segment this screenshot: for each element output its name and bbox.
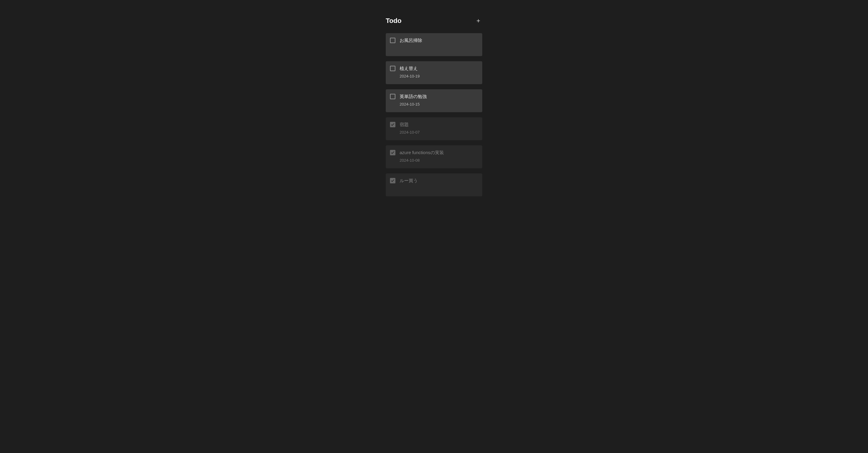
- todo-item[interactable]: 植え替え2024-10-19: [386, 61, 482, 84]
- todo-checkbox[interactable]: [390, 38, 395, 43]
- todo-content: お風呂掃除: [400, 37, 478, 52]
- todo-title: 宿題: [400, 122, 478, 128]
- todo-title: ルー買う: [400, 178, 478, 184]
- todo-title: azure functionsの実装: [400, 150, 478, 156]
- todo-content: 英単語の勉強2024-10-15: [400, 93, 478, 108]
- todo-checkbox[interactable]: [390, 150, 395, 155]
- todo-container: Todo お風呂掃除植え替え2024-10-19英単語の勉強2024-10-15…: [386, 17, 482, 453]
- todo-item[interactable]: お風呂掃除: [386, 33, 482, 56]
- todo-content: 宿題2024-10-07: [400, 122, 478, 136]
- todo-content: 植え替え2024-10-19: [400, 65, 478, 80]
- todo-title: 植え替え: [400, 65, 478, 71]
- page-title: Todo: [386, 17, 401, 25]
- todo-date: 2024-10-07: [400, 130, 478, 134]
- todo-date: 2024-10-08: [400, 158, 478, 162]
- check-icon: [391, 179, 395, 183]
- todo-checkbox[interactable]: [390, 178, 395, 183]
- todo-list: お風呂掃除植え替え2024-10-19英単語の勉強2024-10-15宿題202…: [386, 33, 482, 197]
- todo-title: お風呂掃除: [400, 37, 478, 43]
- plus-icon: [476, 18, 481, 24]
- todo-item[interactable]: 宿題2024-10-07: [386, 117, 482, 140]
- todo-item[interactable]: ルー買う: [386, 174, 482, 197]
- todo-item[interactable]: 英単語の勉強2024-10-15: [386, 89, 482, 112]
- todo-content: ルー買う: [400, 178, 478, 192]
- todo-item[interactable]: azure functionsの実装2024-10-08: [386, 145, 482, 168]
- todo-checkbox[interactable]: [390, 66, 395, 71]
- add-todo-button[interactable]: [474, 17, 482, 25]
- check-icon: [391, 122, 395, 127]
- check-icon: [391, 151, 395, 155]
- todo-title: 英単語の勉強: [400, 93, 478, 99]
- todo-date: 2024-10-19: [400, 74, 478, 79]
- todo-checkbox[interactable]: [390, 122, 395, 127]
- todo-date: 2024-10-15: [400, 102, 478, 107]
- header: Todo: [386, 17, 482, 25]
- todo-checkbox[interactable]: [390, 94, 395, 99]
- todo-content: azure functionsの実装2024-10-08: [400, 150, 478, 164]
